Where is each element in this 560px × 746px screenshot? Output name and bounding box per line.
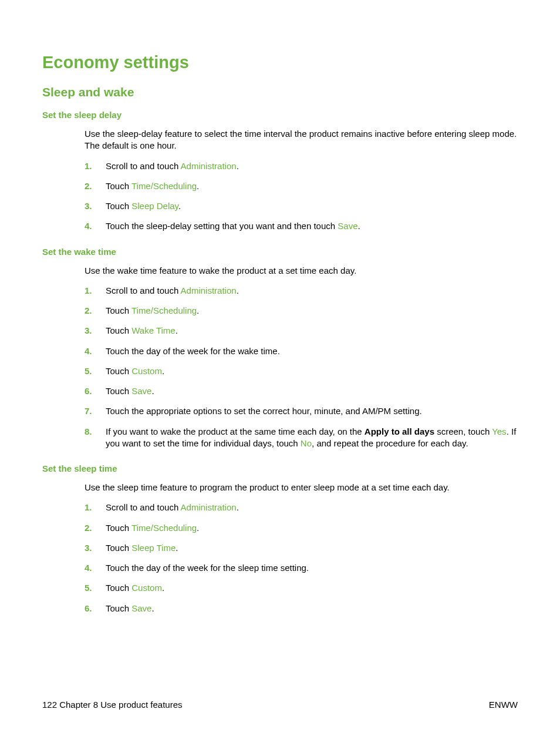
step-number: 8. (85, 426, 92, 438)
step-number: 1. (85, 285, 92, 297)
step-text: . (176, 325, 178, 335)
step-text: . (357, 221, 360, 231)
subsection-heading: Set the wake time (42, 247, 518, 257)
step-number: 2. (85, 305, 92, 317)
ui-link[interactable]: Administration (181, 161, 237, 171)
step-item: 7.Touch the appropriate options to set t… (85, 405, 518, 417)
footer-left: 122 Chapter 8 Use product features (42, 700, 182, 710)
page-footer: 122 Chapter 8 Use product features ENWW (42, 700, 518, 710)
subsection-heading: Set the sleep time (42, 463, 518, 473)
step-text: Touch the sleep-delay setting that you w… (106, 221, 338, 231)
steps-list: 1.Scroll to and touch Administration. 2.… (42, 285, 518, 449)
step-text: Touch (106, 583, 131, 593)
step-item: 3.Touch Sleep Time. (85, 542, 518, 554)
footer-right: ENWW (489, 700, 518, 710)
section-set-sleep-delay: Set the sleep delay Use the sleep-delay … (42, 110, 518, 233)
step-text: . (237, 502, 239, 512)
step-number: 4. (85, 562, 92, 574)
ui-link[interactable]: Save (131, 386, 151, 396)
ui-link[interactable]: No (301, 438, 312, 448)
section-set-wake-time: Set the wake time Use the wake time feat… (42, 247, 518, 450)
step-text: Scroll to and touch (106, 285, 181, 295)
step-text: . (197, 305, 199, 315)
step-number: 5. (85, 582, 92, 594)
step-number: 7. (85, 405, 92, 417)
ui-link[interactable]: Administration (181, 285, 237, 295)
step-item: 6.Touch Save. (85, 385, 518, 397)
step-item: 2.Touch Time/Scheduling. (85, 180, 518, 192)
step-text: . (176, 543, 178, 553)
ui-link[interactable]: Yes (492, 426, 506, 436)
step-item: 1.Scroll to and touch Administration. (85, 160, 518, 172)
step-text: . (197, 181, 199, 191)
step-text: Touch (106, 523, 131, 533)
step-text: Touch (106, 325, 131, 335)
step-text: , and repeat the procedure for each day. (312, 438, 468, 448)
ui-link[interactable]: Save (131, 603, 151, 613)
ui-link[interactable]: Sleep Delay (131, 201, 178, 211)
step-text: . (178, 201, 181, 211)
step-item: 4.Touch the sleep-delay setting that you… (85, 220, 518, 232)
step-text: Touch (106, 603, 131, 613)
step-number: 2. (85, 180, 92, 192)
ui-link[interactable]: Administration (181, 502, 237, 512)
step-item: 5.Touch Custom. (85, 365, 518, 377)
step-text: . (197, 523, 199, 533)
step-text: . (162, 366, 164, 376)
step-number: 5. (85, 365, 92, 377)
step-text: Touch (106, 181, 131, 191)
step-number: 1. (85, 502, 92, 513)
ui-link[interactable]: Time/Scheduling (131, 305, 197, 315)
step-text: Touch the day of the week for the sleep … (106, 563, 309, 573)
step-text: . (151, 603, 154, 613)
step-number: 1. (85, 160, 92, 172)
ui-link[interactable]: Custom (131, 583, 162, 593)
step-number: 3. (85, 325, 92, 337)
step-text: Touch (106, 386, 131, 396)
step-text: Touch the appropriate options to set the… (106, 406, 422, 416)
bold-text: Apply to all days (365, 426, 434, 436)
step-item: 2.Touch Time/Scheduling. (85, 305, 518, 317)
step-text: Touch (106, 305, 131, 315)
step-text: Touch the day of the week for the wake t… (106, 346, 280, 356)
ui-link[interactable]: Sleep Time (131, 543, 176, 553)
step-number: 6. (85, 385, 92, 397)
step-item: 3.Touch Sleep Delay. (85, 200, 518, 212)
intro-paragraph: Use the sleep time feature to program th… (42, 482, 518, 493)
steps-list: 1.Scroll to and touch Administration. 2.… (42, 160, 518, 233)
ui-link[interactable]: Wake Time (131, 325, 175, 335)
step-text: . (162, 583, 164, 593)
ui-link[interactable]: Save (338, 221, 357, 231)
step-text: Touch (106, 543, 131, 553)
step-text: Touch (106, 366, 131, 376)
step-item: 1.Scroll to and touch Administration. (85, 502, 518, 513)
section-heading: Sleep and wake (42, 85, 518, 99)
step-text: . (237, 161, 239, 171)
step-number: 6. (85, 603, 92, 614)
steps-list: 1.Scroll to and touch Administration. 2.… (42, 502, 518, 614)
document-page: Economy settings Sleep and wake Set the … (0, 0, 560, 746)
step-item: 4.Touch the day of the week for the slee… (85, 562, 518, 574)
step-item: 2.Touch Time/Scheduling. (85, 522, 518, 534)
step-item: 5.Touch Custom. (85, 582, 518, 594)
step-number: 3. (85, 542, 92, 554)
subsection-heading: Set the sleep delay (42, 110, 518, 120)
step-text: . (151, 386, 154, 396)
step-text: If you want to wake the product at the s… (106, 426, 365, 436)
step-item: 3.Touch Wake Time. (85, 325, 518, 337)
step-item: 6.Touch Save. (85, 603, 518, 614)
step-text: . (237, 285, 239, 295)
page-title: Economy settings (42, 53, 518, 72)
step-number: 2. (85, 522, 92, 534)
section-set-sleep-time: Set the sleep time Use the sleep time fe… (42, 463, 518, 614)
intro-paragraph: Use the sleep-delay feature to select th… (42, 128, 518, 152)
step-text: Touch (106, 201, 131, 211)
intro-paragraph: Use the wake time feature to wake the pr… (42, 265, 518, 277)
step-number: 4. (85, 345, 92, 357)
ui-link[interactable]: Custom (131, 366, 162, 376)
step-number: 4. (85, 220, 92, 232)
step-text: screen, touch (434, 426, 492, 436)
step-item: 4.Touch the day of the week for the wake… (85, 345, 518, 357)
ui-link[interactable]: Time/Scheduling (131, 181, 197, 191)
ui-link[interactable]: Time/Scheduling (131, 523, 197, 533)
